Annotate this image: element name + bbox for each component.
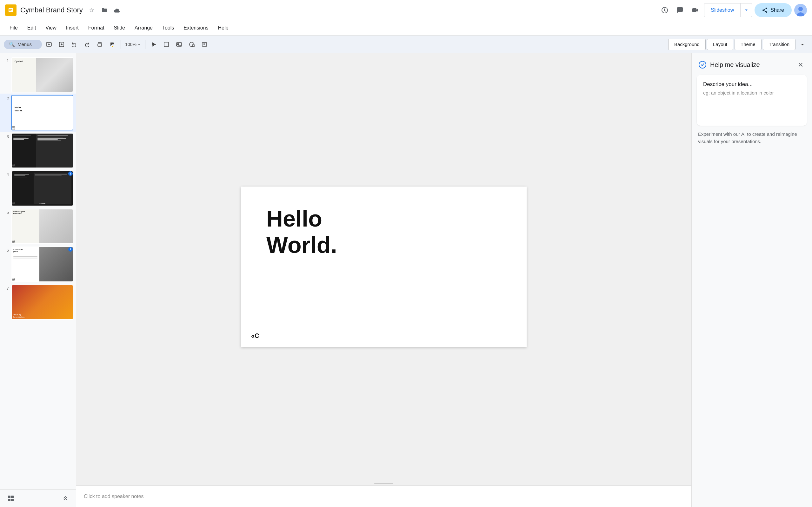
share-btn-label: Share xyxy=(770,7,784,13)
slide-item-3[interactable]: 3 xyxy=(0,132,76,169)
slide-number-3: 3 xyxy=(3,134,9,139)
slide-thumb-5: Seem too goodto be true? ⛓ xyxy=(11,209,73,244)
menu-edit[interactable]: Edit xyxy=(23,23,41,33)
image-btn[interactable] xyxy=(173,39,185,50)
slideshow-btn-label[interactable]: Slideshow xyxy=(704,3,740,17)
speaker-notes-placeholder: Click to add speaker notes xyxy=(84,494,144,499)
slide-item-6[interactable]: 6 A family-rungroup. xyxy=(0,245,76,283)
slide-thumb-3: ⛓ xyxy=(11,133,73,168)
svg-rect-2 xyxy=(9,9,12,10)
menu-file[interactable]: File xyxy=(5,23,22,33)
select-btn[interactable] xyxy=(148,39,159,50)
slideshow-button[interactable]: Slideshow xyxy=(704,3,752,17)
menu-insert[interactable]: Insert xyxy=(62,23,83,33)
import-btn[interactable] xyxy=(56,39,67,50)
frame-btn[interactable] xyxy=(161,39,172,50)
slide-item-2[interactable]: 2 HelloWorld. ⛓ xyxy=(0,94,76,131)
svg-rect-22 xyxy=(164,42,169,47)
idea-input-area[interactable]: Describe your idea... eg: an object in a… xyxy=(697,75,807,126)
cloud-icon[interactable] xyxy=(112,5,122,15)
slide-editor: Hello World. «C Click to add speaker not… xyxy=(76,53,691,507)
right-panel-description: Experiment with our AI to create and rei… xyxy=(697,131,807,145)
slide-number-6: 6 xyxy=(3,248,9,252)
grid-view-btn[interactable] xyxy=(5,493,16,504)
slide-link-icon-2: ⛓ xyxy=(12,126,15,130)
textbox-btn[interactable] xyxy=(199,39,210,50)
menu-arrange[interactable]: Arrange xyxy=(130,23,157,33)
slide-actions: Background Layout Theme Transition xyxy=(668,39,796,50)
comments-icon[interactable] xyxy=(673,4,686,16)
menu-extensions[interactable]: Extensions xyxy=(179,23,213,33)
slide-number-2: 2 xyxy=(3,96,9,101)
speaker-notes[interactable]: Click to add speaker notes xyxy=(76,486,691,507)
svg-rect-26 xyxy=(193,45,194,47)
slide-thumb-4: Cymbal ⛓ 1 xyxy=(11,171,73,206)
collapse-panel-btn[interactable] xyxy=(60,493,71,504)
theme-btn[interactable]: Theme xyxy=(735,39,762,50)
slides-panel: 1 Cymbal 2 HelloWorld. ⛓ xyxy=(0,53,76,507)
right-panel-header: Help me visualize xyxy=(692,53,812,75)
main-area: 1 Cymbal 2 HelloWorld. ⛓ xyxy=(0,53,812,507)
slide-item-5[interactable]: 5 Seem too goodto be true? ⛓ xyxy=(0,208,76,245)
idea-hint: eg: an object in a location in color xyxy=(703,90,801,96)
redo-btn[interactable] xyxy=(81,39,93,50)
svg-rect-32 xyxy=(11,496,14,498)
drag-handle-area xyxy=(76,481,691,486)
add-slide-btn[interactable] xyxy=(43,39,55,50)
zoom-btn[interactable]: 100% xyxy=(123,39,143,50)
slide-thumb-6: A family-rungroup. ⛓ 1 xyxy=(11,246,73,282)
notes-drag-handle[interactable] xyxy=(374,483,393,484)
star-icon[interactable]: ☆ xyxy=(87,5,97,15)
meet-icon[interactable] xyxy=(689,4,702,16)
doc-title: Cymbal Brand Story xyxy=(20,6,83,14)
separator-3 xyxy=(213,40,213,49)
paint-format-btn[interactable] xyxy=(107,39,118,50)
slide-item-7[interactable]: 7 This is myfervent belief... xyxy=(0,283,76,321)
svg-rect-31 xyxy=(8,496,10,498)
menu-help[interactable]: Help xyxy=(214,23,233,33)
slide-item-4[interactable]: 4 xyxy=(0,169,76,207)
slide-thumb-1: Cymbal xyxy=(11,57,73,92)
menu-view[interactable]: View xyxy=(41,23,61,33)
slide-link-icon-5: ⛓ xyxy=(12,239,15,243)
menus-label: Menus xyxy=(17,42,32,47)
svg-rect-20 xyxy=(98,45,101,46)
print-btn[interactable] xyxy=(94,39,105,50)
menu-tools[interactable]: Tools xyxy=(158,23,178,33)
shape-btn[interactable] xyxy=(186,39,198,50)
slideshow-dropdown-icon[interactable] xyxy=(740,3,752,17)
right-panel: Help me visualize Describe your idea... … xyxy=(691,53,812,507)
slide-number-7: 7 xyxy=(3,286,9,291)
svg-line-9 xyxy=(763,10,767,12)
toolbar-collapse-btn[interactable] xyxy=(797,39,808,50)
folder-icon[interactable] xyxy=(99,5,110,15)
svg-rect-21 xyxy=(112,46,113,47)
svg-rect-27 xyxy=(202,43,207,46)
slide-main-content: Hello World. xyxy=(241,186,527,277)
search-icon: 🔍 xyxy=(9,42,15,47)
right-panel-title: Help me visualize xyxy=(698,60,760,69)
right-panel-close-btn[interactable] xyxy=(796,60,806,70)
menu-format[interactable]: Format xyxy=(84,23,109,33)
slide-thumb-2: HelloWorld. ⛓ xyxy=(11,95,73,130)
background-btn[interactable]: Background xyxy=(668,39,706,50)
svg-rect-3 xyxy=(9,10,11,11)
layout-btn[interactable]: Layout xyxy=(707,39,733,50)
share-button[interactable]: Share xyxy=(755,3,792,17)
slide-canvas-area[interactable]: Hello World. «C xyxy=(76,53,691,481)
svg-rect-4 xyxy=(692,8,696,12)
top-right-actions: Slideshow Share xyxy=(658,3,807,17)
transition-btn[interactable]: Transition xyxy=(763,39,796,50)
user-avatar[interactable] xyxy=(794,4,807,16)
slide-number-4: 4 xyxy=(3,172,9,177)
top-bar: Cymbal Brand Story ☆ Slideshow Share xyxy=(0,0,812,20)
slide-canvas[interactable]: Hello World. «C xyxy=(241,186,527,347)
undo-btn[interactable] xyxy=(68,39,80,50)
separator-1 xyxy=(121,40,121,49)
history-icon[interactable] xyxy=(658,4,671,16)
menu-bar: File Edit View Insert Format Slide Arran… xyxy=(0,20,812,36)
menu-slide[interactable]: Slide xyxy=(109,23,129,33)
bottom-panel xyxy=(0,489,76,507)
menus-search[interactable]: 🔍 Menus xyxy=(4,40,42,49)
slide-item-1[interactable]: 1 Cymbal xyxy=(0,56,76,94)
